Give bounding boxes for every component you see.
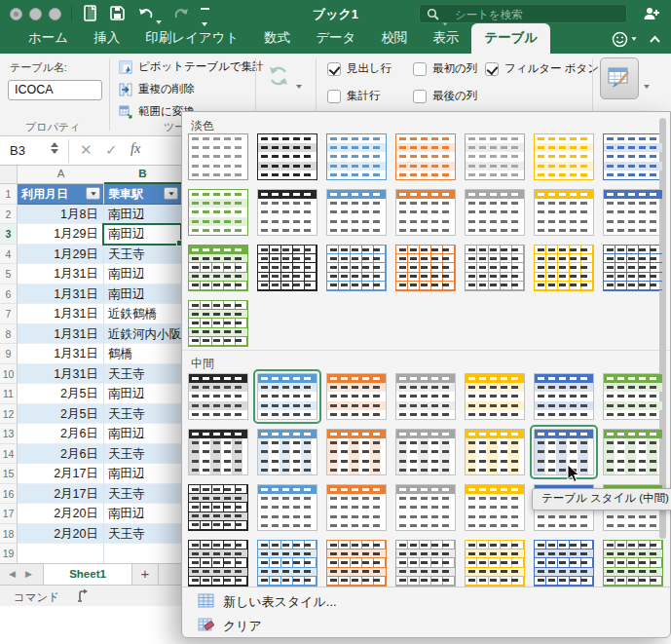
- remove-duplicates-button[interactable]: 重複の削除: [119, 82, 195, 96]
- tab-テーブル[interactable]: テーブル: [471, 23, 550, 54]
- header-cell-date[interactable]: 利用月日: [18, 184, 104, 205]
- checkbox-box[interactable]: [413, 62, 427, 76]
- cell-date[interactable]: 2月17日: [18, 484, 104, 505]
- cell-date[interactable]: 1月31日: [18, 324, 104, 345]
- table-style-swatch-plain-black[interactable]: [257, 133, 317, 180]
- table-style-swatch-columns-green[interactable]: [603, 429, 663, 475]
- summarize-with-pivottable-button[interactable]: ピボットテーブルで集計: [119, 59, 264, 74]
- checkbox-フィルター ボタン[interactable]: フィルター ボタン: [485, 61, 599, 76]
- cell-station[interactable]: 天王寺: [104, 364, 181, 385]
- cell-station[interactable]: 南田辺: [104, 264, 181, 284]
- table-style-swatch-grid-gray[interactable]: [465, 245, 525, 291]
- cell-date[interactable]: 1月31日: [18, 344, 104, 364]
- table-style-swatch-columns-gray[interactable]: [395, 429, 456, 475]
- row-number[interactable]: 2: [0, 205, 18, 225]
- table-style-swatch-headerBand-yellow[interactable]: [465, 373, 525, 420]
- table-style-swatch-headerPlain-orange[interactable]: [326, 484, 387, 531]
- checkbox-最初の列[interactable]: 最初の列: [413, 61, 477, 76]
- header-cell-station[interactable]: 乗車駅: [104, 184, 181, 205]
- row-number[interactable]: 11: [0, 384, 18, 404]
- row-number[interactable]: 3: [0, 224, 18, 245]
- cell-date[interactable]: 1月8日: [18, 205, 104, 225]
- cell-date[interactable]: 1月31日: [18, 304, 104, 324]
- table-style-swatch-plain-white[interactable]: [188, 133, 248, 180]
- tab-数式[interactable]: 数式: [251, 23, 303, 54]
- table-styles-gallery-button[interactable]: [600, 57, 639, 99]
- row-number[interactable]: 12: [0, 404, 18, 425]
- table-style-swatch-plain-yellow[interactable]: [534, 133, 594, 180]
- cell-station[interactable]: 南田辺: [104, 384, 181, 404]
- name-box-stepper[interactable]: [51, 142, 58, 154]
- table-style-swatch-gridBand-yellow[interactable]: [465, 540, 525, 587]
- row-number[interactable]: 4: [0, 245, 18, 265]
- table-style-swatch-gridBand-gray[interactable]: [395, 540, 456, 587]
- cell-date[interactable]: 2月17日: [18, 464, 104, 484]
- table-style-swatch-headerPlain-yellow[interactable]: [465, 484, 525, 531]
- table-style-swatch-header-yellow[interactable]: [534, 189, 594, 236]
- checkbox-box[interactable]: [327, 90, 341, 103]
- share-person-add-icon[interactable]: [643, 6, 661, 25]
- tab-校閲[interactable]: 校閲: [368, 23, 420, 54]
- confirm-entry-icon[interactable]: ✓: [105, 141, 118, 159]
- cell-station[interactable]: 天王寺: [104, 524, 181, 545]
- row-number[interactable]: 18: [0, 524, 18, 545]
- new-table-style-menu-item[interactable]: 新しい表スタイル...: [198, 593, 337, 611]
- table-style-swatch-grid-black[interactable]: [257, 245, 317, 291]
- table-style-swatch-gridBand-green[interactable]: [188, 300, 248, 347]
- cell-date[interactable]: 2月20日: [18, 504, 104, 524]
- table-style-swatch-columns-black[interactable]: [188, 429, 248, 475]
- table-style-swatch-columns-orange[interactable]: [326, 429, 387, 475]
- cell-date[interactable]: 1月31日: [18, 264, 104, 284]
- refresh-icon[interactable]: [267, 63, 290, 93]
- cell-station[interactable]: 天王寺: [104, 245, 181, 265]
- checkbox-集計行[interactable]: 集計行: [327, 89, 381, 103]
- cell-date[interactable]: 1月29日: [18, 224, 104, 245]
- cell-station[interactable]: [104, 544, 181, 564]
- table-style-swatch-plain-blue[interactable]: [326, 133, 387, 180]
- table-style-swatch-columns-blue[interactable]: [257, 429, 317, 475]
- table-style-swatch-plain-gray[interactable]: [465, 133, 525, 180]
- table-style-swatch-grid-orange[interactable]: [395, 245, 456, 291]
- row-number[interactable]: 5: [0, 264, 18, 284]
- tab-データ[interactable]: データ: [303, 23, 368, 54]
- name-box[interactable]: B3: [10, 143, 25, 158]
- tab-ホーム[interactable]: ホーム: [16, 23, 81, 54]
- table-style-swatch-columns-yellow[interactable]: [465, 429, 525, 475]
- checkbox-box[interactable]: [327, 62, 341, 76]
- cell-date[interactable]: 2月6日: [18, 424, 104, 444]
- row-number[interactable]: 19: [0, 544, 18, 564]
- row-number[interactable]: 9: [0, 344, 18, 364]
- row-number[interactable]: 15: [0, 464, 18, 484]
- cell-station[interactable]: 天王寺: [104, 444, 181, 465]
- refresh-dropdown-caret[interactable]: [296, 75, 302, 93]
- feedback-smiley-icon[interactable]: [612, 31, 637, 48]
- table-style-swatch-grid-blue[interactable]: [326, 245, 387, 291]
- insert-function-icon[interactable]: fx: [130, 140, 140, 157]
- cell-station[interactable]: 南田辺: [104, 284, 181, 305]
- add-sheet-button[interactable]: +: [132, 564, 159, 585]
- cancel-entry-icon[interactable]: ✕: [80, 141, 93, 159]
- table-style-swatch-grid-yellow[interactable]: [534, 245, 594, 291]
- table-style-swatch-headerBand-orange[interactable]: [326, 373, 387, 420]
- row-number[interactable]: 10: [0, 364, 18, 385]
- collapse-ribbon-icon[interactable]: [649, 30, 661, 48]
- table-style-swatch-plain-navy[interactable]: [603, 133, 663, 180]
- cell-date[interactable]: 1月29日: [18, 245, 104, 265]
- table-style-swatch-columns-navy[interactable]: [534, 429, 594, 475]
- cell-station[interactable]: 南田辺: [104, 424, 181, 444]
- tab-表示[interactable]: 表示: [420, 23, 471, 54]
- row-number[interactable]: 6: [0, 284, 18, 305]
- table-style-swatch-gridBand-navy[interactable]: [534, 540, 594, 587]
- checkbox-見出し行[interactable]: 見出し行: [327, 61, 391, 76]
- table-style-swatch-header-orange[interactable]: [395, 189, 456, 236]
- tab-挿入[interactable]: 挿入: [81, 23, 132, 54]
- cell-date[interactable]: 2月5日: [18, 404, 104, 425]
- table-style-swatch-gridBand-blue[interactable]: [257, 540, 317, 587]
- filter-button[interactable]: [86, 187, 100, 200]
- search-input[interactable]: シートを検索: [419, 4, 627, 23]
- cell-date[interactable]: [18, 544, 104, 564]
- checkbox-box[interactable]: [485, 62, 499, 76]
- cell-station[interactable]: 南田辺: [104, 205, 181, 225]
- cell-date[interactable]: 2月6日: [18, 444, 104, 465]
- checkbox-box[interactable]: [413, 90, 427, 103]
